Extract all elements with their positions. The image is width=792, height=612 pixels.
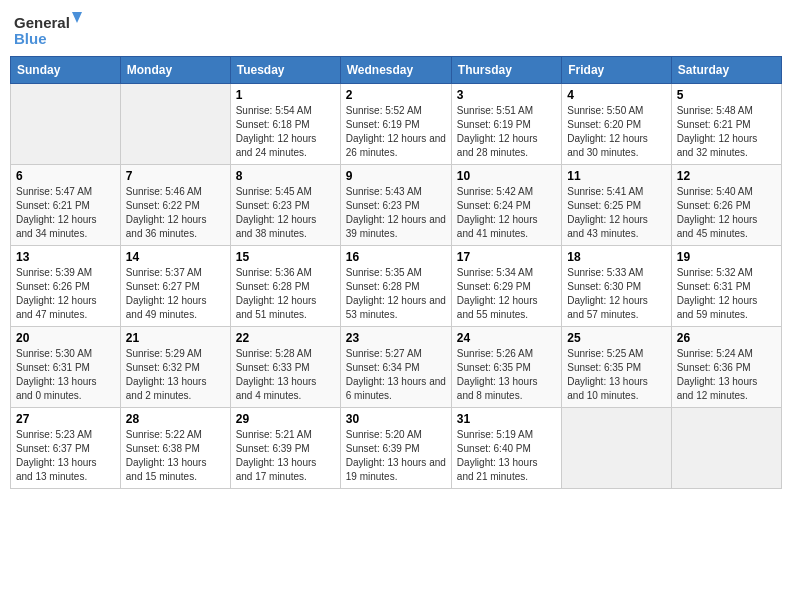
day-number: 5 [677,88,776,102]
calendar-table: SundayMondayTuesdayWednesdayThursdayFrid… [10,56,782,489]
day-number: 17 [457,250,556,264]
day-number: 27 [16,412,115,426]
day-number: 12 [677,169,776,183]
day-number: 13 [16,250,115,264]
day-info: Sunrise: 5:27 AMSunset: 6:34 PMDaylight:… [346,347,446,403]
day-number: 7 [126,169,225,183]
calendar-cell: 11Sunrise: 5:41 AMSunset: 6:25 PMDayligh… [562,165,671,246]
calendar-week-row: 1Sunrise: 5:54 AMSunset: 6:18 PMDaylight… [11,84,782,165]
calendar-cell: 18Sunrise: 5:33 AMSunset: 6:30 PMDayligh… [562,246,671,327]
calendar-cell: 8Sunrise: 5:45 AMSunset: 6:23 PMDaylight… [230,165,340,246]
day-number: 18 [567,250,665,264]
day-number: 15 [236,250,335,264]
calendar-cell: 22Sunrise: 5:28 AMSunset: 6:33 PMDayligh… [230,327,340,408]
calendar-cell: 4Sunrise: 5:50 AMSunset: 6:20 PMDaylight… [562,84,671,165]
day-info: Sunrise: 5:32 AMSunset: 6:31 PMDaylight:… [677,266,776,322]
calendar-cell: 31Sunrise: 5:19 AMSunset: 6:40 PMDayligh… [451,408,561,489]
day-info: Sunrise: 5:54 AMSunset: 6:18 PMDaylight:… [236,104,335,160]
day-info: Sunrise: 5:36 AMSunset: 6:28 PMDaylight:… [236,266,335,322]
column-header-friday: Friday [562,57,671,84]
day-number: 4 [567,88,665,102]
day-number: 24 [457,331,556,345]
day-number: 10 [457,169,556,183]
day-info: Sunrise: 5:19 AMSunset: 6:40 PMDaylight:… [457,428,556,484]
calendar-cell: 24Sunrise: 5:26 AMSunset: 6:35 PMDayligh… [451,327,561,408]
day-number: 9 [346,169,446,183]
day-number: 3 [457,88,556,102]
day-info: Sunrise: 5:34 AMSunset: 6:29 PMDaylight:… [457,266,556,322]
day-number: 31 [457,412,556,426]
day-info: Sunrise: 5:29 AMSunset: 6:32 PMDaylight:… [126,347,225,403]
calendar-cell: 1Sunrise: 5:54 AMSunset: 6:18 PMDaylight… [230,84,340,165]
day-info: Sunrise: 5:41 AMSunset: 6:25 PMDaylight:… [567,185,665,241]
day-number: 23 [346,331,446,345]
day-info: Sunrise: 5:47 AMSunset: 6:21 PMDaylight:… [16,185,115,241]
day-info: Sunrise: 5:22 AMSunset: 6:38 PMDaylight:… [126,428,225,484]
day-info: Sunrise: 5:45 AMSunset: 6:23 PMDaylight:… [236,185,335,241]
day-info: Sunrise: 5:21 AMSunset: 6:39 PMDaylight:… [236,428,335,484]
calendar-cell: 25Sunrise: 5:25 AMSunset: 6:35 PMDayligh… [562,327,671,408]
svg-marker-2 [72,12,82,23]
day-number: 2 [346,88,446,102]
calendar-header-row: SundayMondayTuesdayWednesdayThursdayFrid… [11,57,782,84]
day-number: 16 [346,250,446,264]
day-number: 26 [677,331,776,345]
calendar-cell: 19Sunrise: 5:32 AMSunset: 6:31 PMDayligh… [671,246,781,327]
day-number: 30 [346,412,446,426]
calendar-cell: 12Sunrise: 5:40 AMSunset: 6:26 PMDayligh… [671,165,781,246]
calendar-cell [120,84,230,165]
day-info: Sunrise: 5:35 AMSunset: 6:28 PMDaylight:… [346,266,446,322]
calendar-week-row: 27Sunrise: 5:23 AMSunset: 6:37 PMDayligh… [11,408,782,489]
calendar-cell: 13Sunrise: 5:39 AMSunset: 6:26 PMDayligh… [11,246,121,327]
calendar-cell [562,408,671,489]
calendar-week-row: 13Sunrise: 5:39 AMSunset: 6:26 PMDayligh… [11,246,782,327]
column-header-saturday: Saturday [671,57,781,84]
calendar-cell [671,408,781,489]
day-info: Sunrise: 5:30 AMSunset: 6:31 PMDaylight:… [16,347,115,403]
calendar-cell: 15Sunrise: 5:36 AMSunset: 6:28 PMDayligh… [230,246,340,327]
day-info: Sunrise: 5:24 AMSunset: 6:36 PMDaylight:… [677,347,776,403]
day-info: Sunrise: 5:39 AMSunset: 6:26 PMDaylight:… [16,266,115,322]
day-info: Sunrise: 5:43 AMSunset: 6:23 PMDaylight:… [346,185,446,241]
day-info: Sunrise: 5:50 AMSunset: 6:20 PMDaylight:… [567,104,665,160]
calendar-cell: 9Sunrise: 5:43 AMSunset: 6:23 PMDaylight… [340,165,451,246]
calendar-cell: 3Sunrise: 5:51 AMSunset: 6:19 PMDaylight… [451,84,561,165]
day-number: 8 [236,169,335,183]
calendar-cell: 21Sunrise: 5:29 AMSunset: 6:32 PMDayligh… [120,327,230,408]
calendar-week-row: 6Sunrise: 5:47 AMSunset: 6:21 PMDaylight… [11,165,782,246]
page-header: General Blue [10,10,782,50]
calendar-cell: 2Sunrise: 5:52 AMSunset: 6:19 PMDaylight… [340,84,451,165]
day-info: Sunrise: 5:48 AMSunset: 6:21 PMDaylight:… [677,104,776,160]
day-number: 21 [126,331,225,345]
column-header-thursday: Thursday [451,57,561,84]
day-info: Sunrise: 5:28 AMSunset: 6:33 PMDaylight:… [236,347,335,403]
day-info: Sunrise: 5:25 AMSunset: 6:35 PMDaylight:… [567,347,665,403]
day-info: Sunrise: 5:33 AMSunset: 6:30 PMDaylight:… [567,266,665,322]
day-info: Sunrise: 5:26 AMSunset: 6:35 PMDaylight:… [457,347,556,403]
day-info: Sunrise: 5:52 AMSunset: 6:19 PMDaylight:… [346,104,446,160]
day-number: 28 [126,412,225,426]
day-info: Sunrise: 5:51 AMSunset: 6:19 PMDaylight:… [457,104,556,160]
calendar-cell: 27Sunrise: 5:23 AMSunset: 6:37 PMDayligh… [11,408,121,489]
day-number: 11 [567,169,665,183]
logo: General Blue [14,10,84,50]
calendar-week-row: 20Sunrise: 5:30 AMSunset: 6:31 PMDayligh… [11,327,782,408]
logo-svg: General Blue [14,10,84,50]
day-number: 20 [16,331,115,345]
calendar-cell: 30Sunrise: 5:20 AMSunset: 6:39 PMDayligh… [340,408,451,489]
day-number: 22 [236,331,335,345]
day-info: Sunrise: 5:46 AMSunset: 6:22 PMDaylight:… [126,185,225,241]
calendar-cell: 23Sunrise: 5:27 AMSunset: 6:34 PMDayligh… [340,327,451,408]
day-number: 1 [236,88,335,102]
calendar-cell [11,84,121,165]
calendar-cell: 17Sunrise: 5:34 AMSunset: 6:29 PMDayligh… [451,246,561,327]
svg-text:General: General [14,14,70,31]
calendar-cell: 20Sunrise: 5:30 AMSunset: 6:31 PMDayligh… [11,327,121,408]
day-number: 25 [567,331,665,345]
day-number: 14 [126,250,225,264]
column-header-sunday: Sunday [11,57,121,84]
column-header-tuesday: Tuesday [230,57,340,84]
column-header-wednesday: Wednesday [340,57,451,84]
calendar-cell: 14Sunrise: 5:37 AMSunset: 6:27 PMDayligh… [120,246,230,327]
day-info: Sunrise: 5:42 AMSunset: 6:24 PMDaylight:… [457,185,556,241]
